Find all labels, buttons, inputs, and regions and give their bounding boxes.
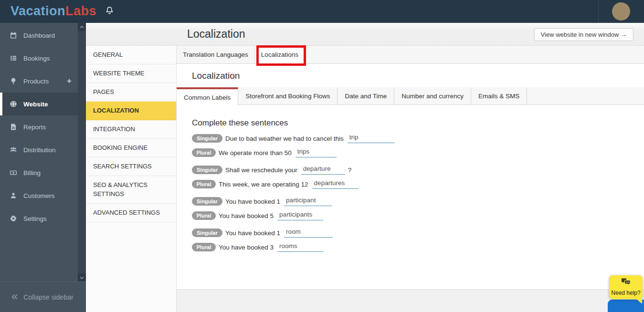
sidebar-item-label: Billing xyxy=(23,169,41,177)
tab-number-and-currency[interactable]: Number and currency xyxy=(394,87,471,105)
label-value-room[interactable]: room xyxy=(284,228,333,238)
sidebar-item-label: Reports xyxy=(23,124,46,131)
sentence-text: You have booked 3 xyxy=(219,244,274,251)
sentence-group-departure: Singular Shall we reschedule your depart… xyxy=(192,165,644,189)
brand-logo[interactable]: VacationLabs xyxy=(11,4,96,19)
sidebar-item-label: Dashboard xyxy=(23,32,55,39)
plural-badge: Plural xyxy=(192,243,216,251)
label-value-participant[interactable]: participant xyxy=(284,197,332,206)
menu-item-localization[interactable]: LOCALIZATION xyxy=(86,102,176,120)
user-avatar[interactable] xyxy=(612,2,630,21)
tab-date-and-time[interactable]: Date and Time xyxy=(338,87,394,105)
lightbulb-icon xyxy=(10,77,17,85)
brand-logo-vacation: Vacation xyxy=(11,4,65,18)
menu-item-pages[interactable]: PAGES xyxy=(86,83,176,102)
chat-bubbles-icon xyxy=(621,278,631,289)
sentence-text: We operate more than 50 xyxy=(219,149,292,156)
sidebar-item-distribution[interactable]: Distribution xyxy=(0,138,78,161)
sentence-text: Due to bad weather we had to cancel this xyxy=(225,135,344,142)
page-title: Localization xyxy=(187,28,245,41)
section-title: Complete these sentences xyxy=(192,118,644,128)
sidebar-item-billing[interactable]: Billing xyxy=(0,161,78,184)
sidebar-item-products[interactable]: Products + xyxy=(0,70,78,93)
scroll-up-button[interactable] xyxy=(78,23,86,31)
double-chevron-left-icon: « xyxy=(11,291,18,302)
user-icon xyxy=(10,192,17,199)
sidebar-item-label: Customers xyxy=(23,192,54,199)
sidebar-item-website[interactable]: Website xyxy=(0,93,78,115)
list-icon xyxy=(10,54,17,62)
plural-badge: Plural xyxy=(192,180,216,188)
sentence-row: Singular Shall we reschedule your depart… xyxy=(192,165,644,175)
sentence-row: Singular You have booked 1 participant xyxy=(192,197,644,206)
label-value-departure[interactable]: departure xyxy=(301,165,345,175)
sentence-text: Shall we reschedule your xyxy=(225,166,297,174)
collapse-sidebar-button[interactable]: « Collapse sidebar xyxy=(0,281,86,312)
tab-localizations[interactable]: Localizations xyxy=(255,46,305,63)
label-value-trips[interactable]: trips xyxy=(296,148,337,157)
sidebar-item-label: Website xyxy=(23,101,48,108)
users-group-icon xyxy=(10,146,17,154)
panel-footer xyxy=(177,289,644,312)
label-value-participants[interactable]: participants xyxy=(277,211,323,220)
sentence-text: You have booked 1 xyxy=(225,229,280,237)
globe-icon xyxy=(10,100,17,108)
sidebar-item-label: Bookings xyxy=(23,55,50,62)
label-value-trip[interactable]: trip xyxy=(348,134,395,143)
add-product-button[interactable]: + xyxy=(67,76,72,86)
sentence-row: Plural This week, we are operating 12 de… xyxy=(192,179,644,189)
need-help-label: Need help? xyxy=(611,290,640,296)
view-website-button[interactable]: View website in new window → xyxy=(534,28,633,41)
sentence-text: This week, we are operating 12 xyxy=(219,181,308,188)
report-file-icon xyxy=(10,123,17,131)
menu-item-booking-engine[interactable]: BOOKING ENGINE xyxy=(86,139,176,157)
sentence-row: Singular You have booked 1 room xyxy=(192,228,644,238)
label-value-rooms[interactable]: rooms xyxy=(277,242,323,252)
plural-badge: Plural xyxy=(192,211,216,220)
sidebar-item-label: Settings xyxy=(23,215,47,222)
singular-badge: Singular xyxy=(192,197,222,206)
menu-item-advanced-settings[interactable]: ADVANCED SETTINGS xyxy=(86,204,176,222)
menu-item-seo-analytics-settings[interactable]: SEO & ANALYTICS SETTINGS xyxy=(86,176,176,204)
menu-item-website-theme[interactable]: WEBSITE THEME xyxy=(86,64,176,83)
tab-common-labels[interactable]: Common Labels xyxy=(177,87,238,105)
tab-storefront-booking-flows[interactable]: Storefront and Booking Flows xyxy=(238,87,338,105)
menu-item-integration[interactable]: INTEGRATION xyxy=(86,120,176,139)
top-navbar: VacationLabs xyxy=(0,0,644,23)
tab-emails-sms[interactable]: Emails & SMS xyxy=(471,87,527,105)
sidebar-item-reports[interactable]: Reports xyxy=(0,115,78,138)
sidebar-item-settings[interactable]: Settings xyxy=(0,207,78,230)
sentence-group-room: Singular You have booked 1 room Plural Y… xyxy=(192,228,644,252)
sentence-row: Plural You have booked 3 rooms xyxy=(192,242,644,252)
menu-item-general[interactable]: GENERAL xyxy=(86,46,176,64)
localization-tab-strip: Common Labels Storefront and Booking Flo… xyxy=(177,87,644,105)
sidebar-item-bookings[interactable]: Bookings xyxy=(0,47,78,70)
menu-item-search-settings[interactable]: SEARCH SETTINGS xyxy=(86,157,176,176)
plural-badge: Plural xyxy=(192,148,216,157)
tab-translation-languages[interactable]: Translation Languages xyxy=(177,46,255,63)
calendar-icon xyxy=(10,31,17,39)
money-icon xyxy=(10,169,17,177)
localization-page-tabs: Translation Languages Localizations xyxy=(177,46,644,64)
page-header: Localization View website in new window … xyxy=(86,23,644,46)
sidebar-item-dashboard[interactable]: Dashboard xyxy=(0,24,78,47)
label-value-departures[interactable]: departures xyxy=(312,179,359,189)
main-sidebar: Dashboard Bookings Products + Website Re… xyxy=(0,23,86,312)
common-labels-content: Complete these sentences Singular Due to… xyxy=(177,105,644,289)
brand-logo-labs: Labs xyxy=(65,4,96,18)
localization-panel: Localization Common Labels Storefront an… xyxy=(177,64,644,289)
singular-badge: Singular xyxy=(192,134,222,143)
sentence-row: Plural We operate more than 50 trips xyxy=(192,148,644,157)
sentence-group-trip: Singular Due to bad weather we had to ca… xyxy=(192,134,644,157)
website-settings-menu: GENERAL WEBSITE THEME PAGES LOCALIZATION… xyxy=(86,46,177,312)
notifications-button[interactable] xyxy=(98,0,121,23)
scroll-down-button[interactable] xyxy=(78,273,86,281)
sentence-row: Plural You have booked 5 participants xyxy=(192,211,644,220)
sidebar-item-customers[interactable]: Customers xyxy=(0,184,78,207)
panel-title: Localization xyxy=(192,71,240,81)
sentence-text: You have booked 1 xyxy=(225,198,280,205)
sidebar-scrollbar[interactable] xyxy=(78,23,86,281)
sentence-group-participant: Singular You have booked 1 participant P… xyxy=(192,197,644,220)
bell-icon xyxy=(105,5,115,18)
need-help-widget[interactable]: Need help? xyxy=(609,275,643,299)
